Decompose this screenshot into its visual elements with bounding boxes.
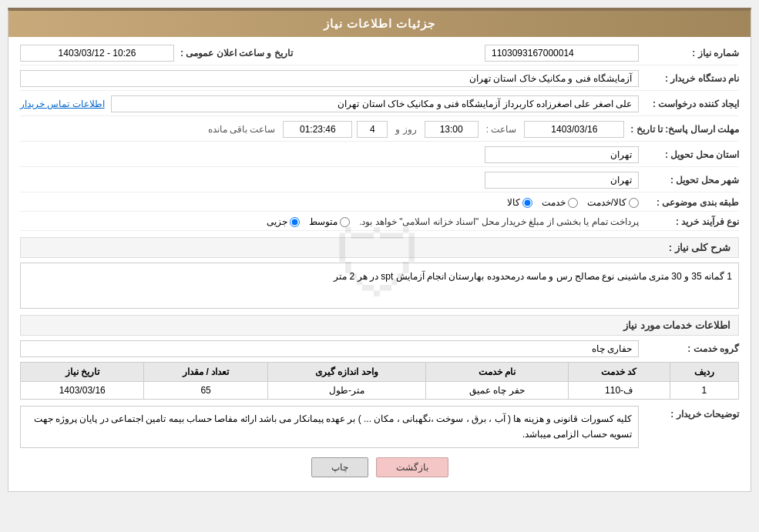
cell-unit: متر-طول (267, 382, 425, 400)
col-header-row-num: ردیف (670, 363, 739, 382)
delivery-province-row: استان محل تحویل : تهران (20, 146, 739, 167)
category-option-kala-khedmat[interactable]: کالا/خدمت (587, 197, 639, 208)
cell-quantity: 65 (144, 382, 267, 400)
purchase-type-mottavasset[interactable]: متوسط (309, 216, 350, 227)
header-title: جزئیات اطلاعات نیاز (324, 17, 435, 30)
cell-code: ف-110 (568, 382, 670, 400)
delivery-province-label: استان محل تحویل : (639, 149, 739, 160)
contact-info-link[interactable]: اطلاعات تماس خریدار (20, 99, 105, 109)
purchase-type-jozi[interactable]: جزیی (267, 216, 300, 227)
print-button[interactable]: چاپ (311, 457, 368, 477)
category-label: طبقه بندی موضوعی : (639, 197, 739, 208)
service-info-label: اطلاعات خدمات مورد نیاز (623, 320, 730, 331)
category-radio-khedmat[interactable] (568, 198, 578, 208)
buyer-org-label: نام دستگاه خریدار : (639, 73, 739, 84)
category-option-khedmat[interactable]: خدمت (542, 197, 578, 208)
deadline-remaining-value: 01:23:46 (283, 121, 352, 138)
need-description-section-title: شرح کلی نیاز : (20, 237, 739, 258)
buyer-org-row: نام دستگاه خریدار : آزمایشگاه فنی و مکان… (20, 70, 739, 91)
buyer-notes-section: توضیحات خریدار : کلیه کسورات قانونی و هز… (20, 406, 739, 448)
deadline-remaining-label: ساعت باقی مانده (205, 124, 279, 135)
need-number-value: 1103093167000014 (485, 45, 639, 62)
delivery-province-value: تهران (485, 146, 639, 163)
deadline-row: مهلت ارسال پاسخ: تا تاریخ : 1403/03/16 س… (20, 121, 739, 142)
category-label-kala-khedmat: کالا/خدمت (587, 197, 626, 208)
delivery-city-value: تهران (485, 172, 639, 189)
requester-value: علی اصغر علی اصغرزاده کاربرداز آزمایشگاه… (111, 95, 639, 112)
table-row: 1 ف-110 حفر چاه عمیق متر-طول 65 1403/03/… (21, 382, 739, 400)
category-radio-group: کالا/خدمت خدمت کالا (20, 197, 639, 208)
service-table: ردیف کد خدمت نام خدمت واحد اندازه گیری ت… (20, 362, 739, 400)
col-header-date: تاریخ نیاز (21, 363, 144, 382)
deadline-time-value: 13:00 (425, 121, 479, 138)
col-header-unit: واحد اندازه گیری (267, 363, 425, 382)
table-header-row: ردیف کد خدمت نام خدمت واحد اندازه گیری ت… (21, 363, 739, 382)
content-area: 🛡 شماره نیاز : 1103093167000014 تاریخ و … (8, 37, 751, 491)
purchase-type-row: نوع فرآیند خرید : پرداخت تمام یا بخشی از… (20, 216, 739, 231)
category-label-kala: کالا (507, 197, 520, 208)
service-group-value: حفاری چاه (20, 340, 639, 357)
deadline-label: مهلت ارسال پاسخ: تا تاریخ : (624, 124, 739, 135)
category-option-kala[interactable]: کالا (507, 197, 532, 208)
requester-label: ایجاد کننده درخواست : (639, 99, 739, 109)
purchase-label-jozi: جزیی (267, 216, 287, 227)
purchase-radio-mottavasset[interactable] (340, 217, 350, 227)
category-radio-kala[interactable] (522, 198, 532, 208)
deadline-days-value: 4 (357, 121, 388, 138)
need-number-row: شماره نیاز : 1103093167000014 تاریخ و سا… (20, 45, 739, 65)
need-description-label: شرح کلی نیاز : (669, 242, 730, 253)
deadline-time-label: ساعت : (483, 124, 520, 135)
cell-name: حفر چاه عمیق (426, 382, 569, 400)
main-box: جزئیات اطلاعات نیاز 🛡 شماره نیاز : 11030… (8, 8, 751, 492)
buyer-notes-value: کلیه کسورات قانونی و هزینه ها ( آب ، برق… (20, 406, 639, 448)
col-header-code: کد خدمت (568, 363, 670, 382)
cell-row-num: 1 (670, 382, 739, 400)
requester-row: ایجاد کننده درخواست : علی اصغر علی اصغرز… (20, 95, 739, 116)
col-header-quantity: تعداد / مقدار (144, 363, 267, 382)
page-container: جزئیات اطلاعات نیاز 🛡 شماره نیاز : 11030… (0, 0, 759, 532)
buyer-notes-label: توضیحات خریدار : (639, 406, 739, 420)
service-group-label: گروه خدمت : (639, 343, 739, 354)
need-number-label: شماره نیاز : (639, 48, 739, 59)
deadline-date-row: 1403/03/16 ساعت : 13:00 روز و 4 01:23:46… (20, 121, 624, 138)
purchase-type-note: پرداخت تمام یا بخشی از مبلغ خریدار محل "… (359, 216, 639, 227)
purchase-type-group: پرداخت تمام یا بخشی از مبلغ خریدار محل "… (20, 216, 639, 227)
back-button[interactable]: بازگشت (376, 457, 448, 477)
buyer-org-value: آزمایشگاه فنی و مکانیک خاک استان تهران (20, 70, 639, 87)
deadline-date-value: 1403/03/16 (524, 121, 624, 138)
service-group-row: گروه خدمت : حفاری چاه (20, 340, 739, 357)
category-row: طبقه بندی موضوعی : کالا/خدمت خدمت کالا (20, 197, 739, 212)
purchase-radio-jozi[interactable] (290, 217, 300, 227)
need-description-box: 1 گمانه 35 و 30 متری ماشینی نوع مصالح رس… (20, 263, 739, 309)
cell-date: 1403/03/16 (21, 382, 144, 400)
category-radio-kala-khedmat[interactable] (629, 198, 639, 208)
purchase-label-mottavasset: متوسط (309, 216, 338, 227)
header-bar: جزئیات اطلاعات نیاز (8, 11, 751, 37)
purchase-type-label: نوع فرآیند خرید : (639, 216, 739, 227)
button-bar: بازگشت چاپ (20, 448, 739, 483)
delivery-city-row: شهر محل تحویل : تهران (20, 172, 739, 192)
delivery-city-label: شهر محل تحویل : (639, 175, 739, 186)
announce-date-value: 1403/03/12 - 10:26 (20, 45, 174, 62)
announce-date-label: تاریخ و ساعت اعلان عمومی : (174, 48, 293, 59)
category-label-khedmat: خدمت (542, 197, 566, 208)
service-info-section-title: اطلاعات خدمات مورد نیاز (20, 315, 739, 336)
col-header-name: نام خدمت (426, 363, 569, 382)
deadline-days-label: روز و (392, 124, 419, 135)
